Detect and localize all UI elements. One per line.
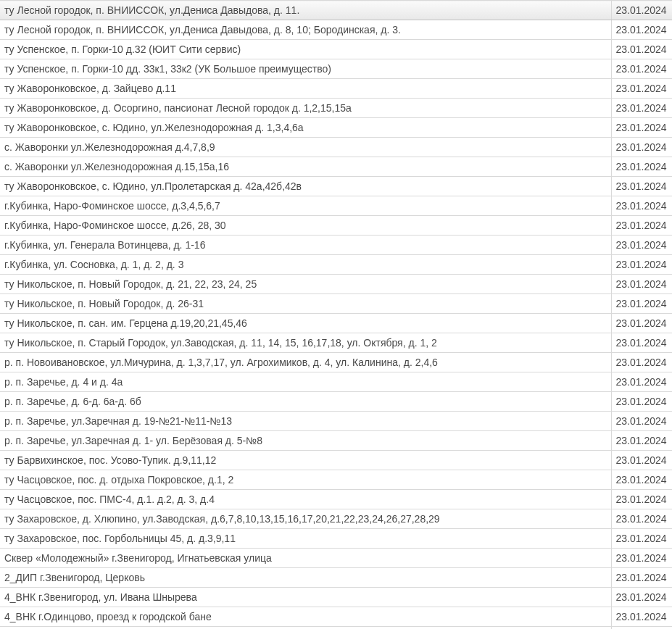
address-cell: ту Успенское, п. Горки-10 д.32 (ЮИТ Сити…	[0, 40, 611, 59]
address-cell: с. Жаворонки ул.Железнодорожная д.4,7,8,…	[0, 138, 611, 157]
address-cell: г.Кубинка, Наро-Фоминское шоссе, д.26, 2…	[0, 216, 611, 236]
table-row: ту Часцовское, пос. ПМС-4, д.1. д.2, д. …	[0, 490, 672, 509]
address-cell: г.Кубинка, Наро-Фоминское шоссе, д.3,4,5…	[0, 196, 611, 216]
address-cell: р. п. Новоивановское, ул.Мичурина, д. 1,…	[0, 353, 611, 372]
date-cell: 23.01.2024	[611, 216, 672, 236]
date-cell: 23.01.2024	[611, 451, 672, 470]
date-cell: 23.01.2024	[611, 177, 672, 196]
address-cell: ту Никольское, п. сан. им. Герцена д.19,…	[0, 314, 611, 333]
date-cell: 23.01.2024	[611, 549, 672, 568]
date-cell: 23.01.2024	[611, 431, 672, 451]
date-cell: 23.01.2024	[611, 392, 672, 412]
date-cell: 23.01.2024	[611, 138, 672, 157]
table-row: г.Кубинка, Наро-Фоминское шоссе, д.26, 2…	[0, 216, 672, 236]
address-cell: ту Никольское, п. Новый Городок, д. 21, …	[0, 275, 611, 294]
table-body: ту Лесной городок, п. ВНИИССОК, ул.Денис…	[0, 1, 672, 630]
date-cell: 23.01.2024	[611, 353, 672, 372]
address-cell: ту Захаровское, пос. Горбольницы 45, д. …	[0, 529, 611, 549]
table-row: Сквер «Молодежный» г.Звенигород, Игнатье…	[0, 549, 672, 568]
address-cell: ту Часцовское, пос. д. отдыха Покровское…	[0, 470, 611, 490]
address-cell: ту Захаровское, д. Хлюпино, ул.Заводская…	[0, 509, 611, 529]
date-cell: 23.01.2024	[611, 490, 672, 509]
table-row: с. Жаворонки ул.Железнодорожная д.4,7,8,…	[0, 138, 672, 157]
address-cell: ту Никольское, п. Старый Городок, ул.Зав…	[0, 333, 611, 353]
table-row: ту Лесной городок, п. ВНИИССОК, ул.Денис…	[0, 1, 672, 20]
address-cell: с. Жаворонки ул.Железнодорожная д.15,15а…	[0, 157, 611, 177]
table-row: 2_ДИП г.Звенигород, Церковь23.01.2024	[0, 568, 672, 588]
address-cell: ту Часцовское, пос. ПМС-4, д.1. д.2, д. …	[0, 490, 611, 509]
table-row: г.Кубинка, Наро-Фоминское шоссе, д.3,4,5…	[0, 196, 672, 216]
date-cell: 23.01.2024	[611, 157, 672, 177]
table-row: ту Никольское, п. Новый Городок, д. 26-3…	[0, 294, 672, 314]
table-row: ту Никольское, п. Старый Городок, ул.Зав…	[0, 333, 672, 353]
date-cell: 23.01.2024	[611, 255, 672, 275]
table-row: г.Кубинка, ул. Сосновка, д. 1, д. 2, д. …	[0, 255, 672, 275]
table-row: ту Жаворонковское, д. Осоргино, пансиона…	[0, 99, 672, 118]
address-cell: 2_ДИП г.Звенигород, Церковь	[0, 568, 611, 588]
address-cell: р. п. Заречье, ул.Заречная д. 1- ул. Бер…	[0, 431, 611, 451]
date-cell: 23.01.2024	[611, 59, 672, 79]
table-row: ту Захаровское, пос. Горбольницы 45, д. …	[0, 529, 672, 549]
address-cell: 4_ВНК г.Одинцово, проезд к городской бан…	[0, 607, 611, 627]
date-cell: 23.01.2024	[611, 40, 672, 59]
date-cell: 23.01.2024	[611, 236, 672, 255]
date-cell: 23.01.2024	[611, 294, 672, 314]
address-cell: ту Лесной городок, п. ВНИИССОК, ул.Денис…	[0, 1, 611, 20]
table-row: ту Часцовское, пос. д. отдыха Покровское…	[0, 470, 672, 490]
date-cell: 23.01.2024	[611, 20, 672, 40]
table-row: с. Жаворонки ул.Железнодорожная д.15,15а…	[0, 157, 672, 177]
address-cell: г.Кубинка, ул. Генерала Вотинцева, д. 1-…	[0, 236, 611, 255]
date-cell: 23.01.2024	[611, 412, 672, 431]
address-cell: Сквер «Молодежный» г.Звенигород, Игнатье…	[0, 549, 611, 568]
date-cell: 23.01.2024	[611, 79, 672, 99]
date-cell: 23.01.2024	[611, 529, 672, 549]
table-row: 4_ВНК г.Одинцово, проезд к городской бан…	[0, 607, 672, 627]
address-cell: ту Жаворонковское, с. Юдино, ул.Пролетар…	[0, 177, 611, 196]
address-cell: ту Никольское, п. Новый Городок, д. 26-3…	[0, 294, 611, 314]
date-cell: 23.01.2024	[611, 275, 672, 294]
date-cell: 23.01.2024	[611, 627, 672, 630]
date-cell: 23.01.2024	[611, 99, 672, 118]
table-row: ту Жаворонковское, д. Зайцево д.1123.01.…	[0, 79, 672, 99]
table-row: р. п. Заречье, ул.Заречная д. 1- ул. Бер…	[0, 431, 672, 451]
date-cell: 23.01.2024	[611, 509, 672, 529]
address-cell: ту Жаворонковское, с. Юдино, ул.Железнод…	[0, 118, 611, 138]
date-cell: 23.01.2024	[611, 588, 672, 607]
date-cell: 23.01.2024	[611, 118, 672, 138]
table-row: ту Никольское, п. сан. им. Герцена д.19,…	[0, 314, 672, 333]
address-cell: ту Жаворонковское, д. Зайцево д.11	[0, 79, 611, 99]
date-cell: 23.01.2024	[611, 568, 672, 588]
address-cell: ту Барвихинское, пос. Усово-Тупик. д.9,1…	[0, 451, 611, 470]
table-row: 4_ВНК г.Звенигород, ул. Ивана Шнырева23.…	[0, 588, 672, 607]
table-row: р. п. Новоивановское, ул.Мичурина, д. 1,…	[0, 353, 672, 372]
address-cell: ту Успенское, п. Горки-10 дд. 33к1, 33к2…	[0, 59, 611, 79]
table-row: ту Барвихинское, пос. Усово-Тупик. д.9,1…	[0, 451, 672, 470]
address-cell: р. п. Заречье, ул.Заречная д. 19-№21-№11…	[0, 412, 611, 431]
table-row: ту Успенское, п. Горки-10 д.32 (ЮИТ Сити…	[0, 40, 672, 59]
table-row: ту Жаворонковское, с. Юдино, ул.Пролетар…	[0, 177, 672, 196]
date-cell: 23.01.2024	[611, 314, 672, 333]
date-cell: 23.01.2024	[611, 470, 672, 490]
table-row: г.Кубинка, ул. Генерала Вотинцева, д. 1-…	[0, 236, 672, 255]
date-cell: 23.01.2024	[611, 607, 672, 627]
table-row: ту Лесной городок, п. ВНИИССОК, ул.Денис…	[0, 20, 672, 40]
table-row: ту Никольское, п. Новый Городок, д. 21, …	[0, 275, 672, 294]
date-cell: 23.01.2024	[611, 333, 672, 353]
address-cell: 4_ВНК г.Одинцово, внутриквартальный пр-д…	[0, 627, 611, 630]
date-cell: 23.01.2024	[611, 196, 672, 216]
address-cell: р. п. Заречье, д. 6-д. 6а-д. 6б	[0, 392, 611, 412]
table-row: ту Захаровское, д. Хлюпино, ул.Заводская…	[0, 509, 672, 529]
table-row: р. п. Заречье, д. 6-д. 6а-д. 6б23.01.202…	[0, 392, 672, 412]
address-cell: ту Жаворонковское, д. Осоргино, пансиона…	[0, 99, 611, 118]
address-cell: 4_ВНК г.Звенигород, ул. Ивана Шнырева	[0, 588, 611, 607]
data-table: ту Лесной городок, п. ВНИИССОК, ул.Денис…	[0, 0, 672, 629]
address-cell: р. п. Заречье, д. 4 и д. 4а	[0, 372, 611, 392]
table-row: 4_ВНК г.Одинцово, внутриквартальный пр-д…	[0, 627, 672, 630]
address-cell: ту Лесной городок, п. ВНИИССОК, ул.Денис…	[0, 20, 611, 40]
table-row: р. п. Заречье, ул.Заречная д. 19-№21-№11…	[0, 412, 672, 431]
date-cell: 23.01.2024	[611, 1, 672, 20]
table-row: ту Жаворонковское, с. Юдино, ул.Железнод…	[0, 118, 672, 138]
address-cell: г.Кубинка, ул. Сосновка, д. 1, д. 2, д. …	[0, 255, 611, 275]
table-row: р. п. Заречье, д. 4 и д. 4а23.01.2024	[0, 372, 672, 392]
table-row: ту Успенское, п. Горки-10 дд. 33к1, 33к2…	[0, 59, 672, 79]
